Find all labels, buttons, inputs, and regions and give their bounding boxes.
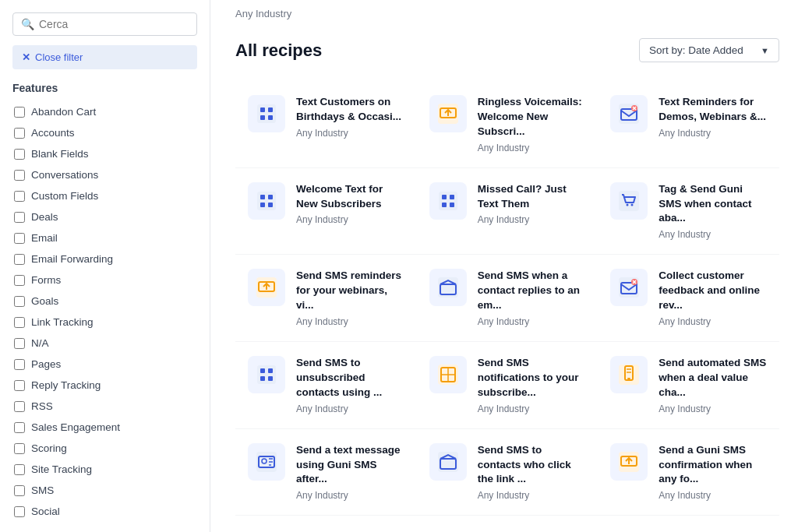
checkbox-item-pages[interactable]: Pages: [12, 354, 197, 374]
sort-dropdown[interactable]: Sort by: Date Added ▼: [639, 38, 779, 62]
svg-rect-21: [442, 203, 447, 207]
recipe-card[interactable]: Send SMS notifications to your subscribe…: [417, 342, 598, 429]
recipe-title: Send SMS to contacts who click the link …: [478, 443, 586, 488]
checkbox-forms[interactable]: [14, 275, 25, 286]
svg-rect-20: [450, 195, 454, 199]
svg-rect-0: [257, 104, 276, 123]
checkbox-rss[interactable]: [14, 401, 25, 412]
recipe-icon: [248, 95, 285, 132]
recipe-industry: Any Industry: [296, 214, 404, 225]
checkbox-sales-engagement[interactable]: [14, 422, 25, 433]
close-filter-button[interactable]: ✕ Close filter: [12, 45, 197, 69]
checkbox-item-scoring[interactable]: Scoring: [12, 439, 197, 458]
search-input[interactable]: [39, 18, 189, 30]
checkbox-label-site-tracking: Site Tracking: [31, 463, 92, 475]
recipe-info: Send a Guni SMS confirmation when any fo…: [659, 443, 767, 502]
recipe-industry: Any Industry: [659, 490, 767, 501]
checkbox-item-blank-fields[interactable]: Blank Fields: [12, 144, 197, 164]
checkbox-pages[interactable]: [14, 359, 25, 370]
checkbox-item-rss[interactable]: RSS: [12, 396, 197, 416]
recipe-card[interactable]: Send SMS reminders for your webinars, vi…: [235, 255, 417, 342]
checkbox-sms[interactable]: [14, 485, 25, 496]
recipe-info: Text Reminders for Demos, Webinars &...A…: [659, 95, 767, 139]
svg-rect-3: [260, 115, 265, 120]
checkbox-item-email[interactable]: Email: [12, 228, 197, 248]
recipe-icon: [248, 269, 285, 306]
recipe-card[interactable]: Ringless Voicemails: Welcome New Subscri…: [417, 81, 598, 168]
svg-rect-1: [260, 107, 265, 112]
checkbox-scoring[interactable]: [14, 443, 25, 454]
recipe-card[interactable]: Tag & Send Guni SMS when contact aba...A…: [598, 168, 779, 255]
checkbox-email-forwarding[interactable]: [14, 254, 25, 265]
checkbox-item-abandon-cart[interactable]: Abandon Cart: [12, 102, 197, 122]
checkbox-item-sales-engagement[interactable]: Sales Engagement: [12, 417, 197, 437]
recipe-icon: [429, 269, 467, 306]
checkbox-conversations[interactable]: [14, 170, 25, 181]
recipe-industry: Any Industry: [478, 403, 586, 414]
recipe-title: Send SMS notifications to your subscribe…: [478, 356, 586, 400]
recipe-title: Send a Guni SMS confirmation when any fo…: [659, 443, 767, 488]
recipe-card[interactable]: Send SMS when a contact replies to an em…: [417, 255, 598, 342]
recipe-icon: [248, 443, 285, 481]
checkbox-label-reply-tracking: Reply Tracking: [31, 379, 101, 391]
checkbox-social[interactable]: [14, 506, 25, 517]
svg-rect-38: [268, 368, 273, 373]
checkbox-reply-tracking[interactable]: [14, 380, 25, 391]
recipe-card[interactable]: Collect customer feedback and online rev…: [598, 255, 779, 342]
recipe-icon: [429, 95, 467, 132]
recipe-industry: Any Industry: [478, 490, 586, 501]
checkbox-label-na: N/A: [31, 337, 49, 349]
recipe-icon: [248, 182, 285, 220]
checkbox-label-conversations: Conversations: [31, 169, 98, 181]
checkbox-blank-fields[interactable]: [14, 149, 25, 160]
checkbox-item-conversations[interactable]: Conversations: [12, 165, 197, 185]
checkbox-item-deals[interactable]: Deals: [12, 207, 197, 227]
recipe-info: Send SMS reminders for your webinars, vi…: [296, 269, 404, 327]
recipe-title: Send automated SMS when a deal value cha…: [659, 356, 767, 400]
checkbox-label-sms: SMS: [31, 484, 54, 496]
recipe-card[interactable]: Welcome Text for New SubscribersAny Indu…: [235, 168, 417, 255]
checkbox-item-reply-tracking[interactable]: Reply Tracking: [12, 375, 197, 395]
recipe-card[interactable]: Send automated SMS when a deal value cha…: [598, 342, 779, 429]
search-bar[interactable]: 🔍: [12, 12, 197, 36]
checkbox-label-rss: RSS: [31, 400, 53, 412]
recipe-card[interactable]: Send SMS to unsubscribed contacts using …: [235, 342, 417, 429]
checkbox-item-sms[interactable]: SMS: [12, 481, 197, 500]
checkbox-goals[interactable]: [14, 296, 25, 307]
recipe-title: Text Customers on Birthdays & Occasi...: [296, 95, 404, 125]
recipe-card[interactable]: Missed Call? Just Text ThemAny Industry: [417, 168, 598, 255]
checkbox-item-goals[interactable]: Goals: [12, 291, 197, 311]
checkbox-email[interactable]: [14, 233, 25, 244]
svg-rect-4: [268, 115, 273, 120]
recipe-card[interactable]: Send a text message using Guni SMS after…: [235, 429, 417, 516]
checkbox-item-custom-fields[interactable]: Custom Fields: [12, 186, 197, 206]
recipe-card[interactable]: Text Reminders for Demos, Webinars &...A…: [598, 81, 779, 168]
recipe-card[interactable]: Send a Guni SMS confirmation when any fo…: [598, 429, 779, 516]
checkbox-custom-fields[interactable]: [14, 191, 25, 202]
checkbox-item-accounts[interactable]: Accounts: [12, 123, 197, 143]
recipe-card[interactable]: Send SMS to contacts who click the link …: [417, 429, 598, 516]
recipe-industry: Any Industry: [296, 316, 404, 327]
checkbox-link-tracking[interactable]: [14, 317, 25, 328]
checkbox-item-site-tracking[interactable]: Site Tracking: [12, 460, 197, 479]
recipe-title: Send SMS to unsubscribed contacts using …: [296, 356, 404, 400]
search-icon: 🔍: [21, 18, 34, 30]
checkbox-label-goals: Goals: [31, 295, 58, 307]
svg-rect-15: [268, 195, 273, 199]
checkbox-deals[interactable]: [14, 212, 25, 223]
checkbox-item-social[interactable]: Social: [12, 502, 197, 521]
recipe-info: Send SMS notifications to your subscribe…: [478, 356, 586, 414]
main-content: Any Industry All recipes Sort by: Date A…: [210, 0, 798, 532]
recipe-icon: [610, 269, 648, 306]
checkbox-item-link-tracking[interactable]: Link Tracking: [12, 312, 197, 332]
checkbox-site-tracking[interactable]: [14, 464, 25, 475]
checkbox-accounts[interactable]: [14, 128, 25, 139]
checkbox-item-email-forwarding[interactable]: Email Forwarding: [12, 249, 197, 269]
recipe-card[interactable]: Text Customers on Birthdays & Occasi...A…: [235, 81, 417, 168]
recipe-icon: [429, 443, 467, 481]
checkbox-item-na[interactable]: N/A: [12, 333, 197, 353]
svg-rect-18: [439, 192, 457, 210]
checkbox-item-forms[interactable]: Forms: [12, 270, 197, 290]
checkbox-na[interactable]: [14, 338, 25, 349]
checkbox-abandon-cart[interactable]: [14, 107, 25, 118]
